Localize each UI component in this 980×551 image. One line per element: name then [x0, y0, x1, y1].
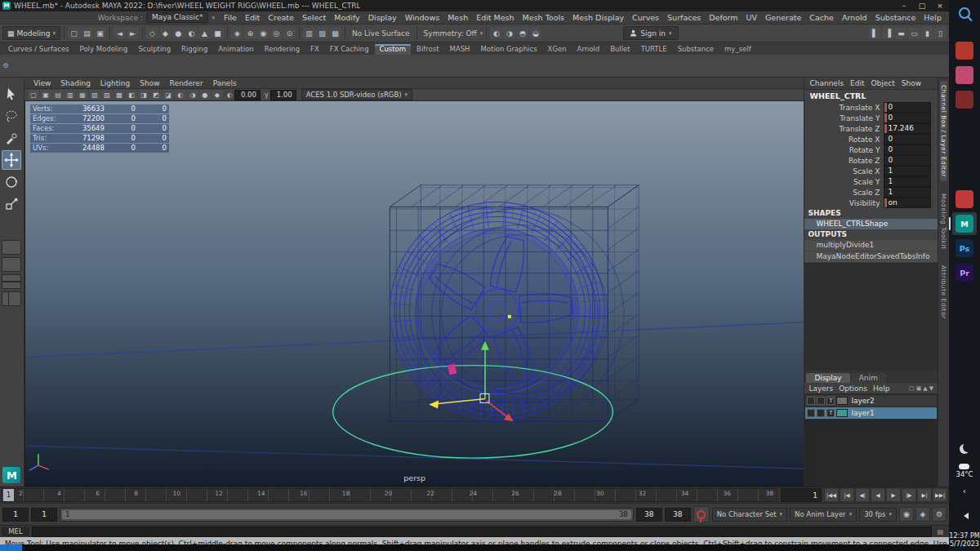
no-live-surface-indicator[interactable]: No Live Surface [349, 29, 413, 38]
construction-history-button[interactable]: ▥ [303, 27, 315, 39]
premiere-taskbar-icon[interactable]: Pr [952, 261, 977, 284]
command-input[interactable] [32, 527, 932, 537]
shape-node-name[interactable]: WHEEL_CTRLShape [804, 219, 938, 229]
colorspace-selector[interactable]: ACES 1.0 SDR-video (sRGB) ▾ [301, 89, 412, 100]
channel-value-field[interactable]: on [884, 198, 931, 208]
toggle-outliner-button[interactable]: ▌ [869, 27, 881, 39]
select-tool-button[interactable] [2, 84, 21, 104]
go-to-end-button[interactable]: ▶▶| [933, 488, 947, 502]
channel-row[interactable]: Rotate Z 0 [804, 155, 938, 166]
layer-editor-tab[interactable]: Display [806, 373, 849, 383]
loop-mode-button[interactable]: ◈ [915, 507, 930, 522]
select-by-component-button[interactable]: ● [172, 27, 185, 39]
layer2[interactable]: T layer2 [805, 395, 937, 407]
sidebar-vertical-tab[interactable]: Modeling Toolkit [940, 189, 947, 253]
node-name[interactable]: WHEEL_CTRL [804, 90, 938, 102]
lock-camera-icon[interactable]: ▣ [40, 90, 51, 100]
selection-mask-button[interactable]: ◐ [185, 27, 198, 39]
film-gate-icon[interactable]: ▩ [114, 90, 125, 100]
photoshop-taskbar-icon[interactable]: Ps [952, 237, 977, 260]
channel-box-menu-item[interactable]: Object [871, 79, 895, 87]
bookmarks-icon[interactable]: ▥ [65, 90, 76, 100]
menu-item[interactable]: Display [364, 13, 401, 22]
menu-item[interactable]: Create [264, 13, 298, 22]
minimize-button[interactable]: – [895, 0, 913, 11]
menu-item[interactable]: Generate [761, 13, 805, 22]
open-scene-button[interactable]: ▤ [81, 27, 93, 39]
timeline-track[interactable]: 1 2468101214161820222426283032343638 [2, 488, 777, 502]
shelf-tab[interactable]: Arnold [572, 44, 605, 55]
menu-item[interactable]: Mesh Display [568, 13, 628, 22]
sidebar-vertical-tab[interactable]: Attribute Editor [940, 261, 947, 323]
layer-visibility-toggle[interactable] [807, 397, 815, 405]
gate-mask-icon[interactable]: ◨ [138, 90, 149, 100]
layer-playback-toggle[interactable] [817, 409, 825, 417]
viewport-canvas[interactable]: Verts: 36633 0 0 Edges: 72200 0 0 [24, 101, 804, 487]
menu-item[interactable]: Deform [705, 13, 742, 22]
command-language-selector[interactable]: MEL [2, 527, 29, 536]
taskbar-clock[interactable]: 12:37 PM 5/7/2023 [949, 532, 979, 549]
wireframe-display-icon[interactable]: ◐ [175, 90, 186, 100]
shelf-tab[interactable]: FX [305, 44, 324, 55]
shelf-tab[interactable]: Rigging [176, 44, 212, 55]
layer-name[interactable]: layer1 [849, 409, 874, 417]
scene[interactable] [25, 101, 804, 487]
menu-item[interactable]: Help [920, 13, 946, 22]
gamma-field[interactable]: γ 1.00 [265, 90, 296, 100]
shelf-tab[interactable]: Rendering [260, 44, 305, 55]
channel-value-field[interactable]: 0 [884, 144, 931, 155]
toggle-tool-settings-button[interactable]: ▐ [882, 27, 894, 39]
workspace-selector[interactable]: Workspace : Maya Classic* ▾ [98, 12, 220, 23]
lighting-display-icon[interactable]: ◆ [212, 90, 223, 100]
shelf-tab[interactable]: MASH [445, 44, 475, 55]
toggle-modeling-toolkit-button[interactable]: ▭ [908, 27, 920, 39]
playback-start-field[interactable]: 1 [31, 508, 57, 522]
shelf-tab[interactable]: my_self [719, 44, 756, 55]
layer-editor-tab[interactable]: Anim [851, 373, 886, 383]
channel-value-field[interactable]: 0 [884, 102, 931, 113]
snap-to-point-button[interactable]: ◉ [257, 27, 270, 39]
go-to-start-button[interactable]: |◀◀ [824, 488, 839, 502]
script-editor-button[interactable]: ▤ [934, 527, 947, 536]
layer-new-empty-icon[interactable]: ▢ [909, 385, 915, 392]
step-forward-frame-button[interactable]: ▶| [917, 488, 932, 502]
channel-row[interactable]: Scale Y 1 [804, 176, 938, 187]
shelf-tab[interactable]: Animation [213, 44, 258, 55]
range-slider-track[interactable]: 1 38 [60, 508, 634, 522]
list-inputs-button[interactable]: ▨ [316, 27, 328, 39]
move-tool-button[interactable] [2, 150, 21, 170]
app-icon-red[interactable] [952, 39, 977, 62]
sidebar-vertical-tab[interactable]: Channel Box / Layer Editor [940, 81, 947, 181]
channel-row[interactable]: Translate Y 0 [804, 113, 938, 123]
menu-set-selector[interactable]: ▦ Modeling ▾ [2, 26, 60, 40]
shelf-tab[interactable]: TURTLE [636, 44, 672, 55]
weather-widget[interactable]: 34°C [956, 464, 973, 478]
step-back-key-button[interactable]: ◀| [855, 488, 870, 502]
new-scene-button[interactable]: ▢ [68, 27, 80, 39]
channel-box-menu-item[interactable]: Edit [850, 79, 864, 87]
layer-display-type-toggle[interactable]: T [826, 397, 835, 405]
menu-item[interactable]: Mesh Tools [519, 13, 568, 22]
anim-layer-selector[interactable]: No Anim Layer ▾ [790, 508, 857, 522]
title-bar[interactable]: M WHEEL.mb* - Autodesk MAYA 2022: D:\fiv… [0, 0, 949, 11]
animation-start-field[interactable]: 1 [2, 508, 29, 522]
app-icon-crimson[interactable] [952, 188, 977, 211]
layer-move-down-icon[interactable]: ▼ [929, 385, 933, 392]
layer-menu-item[interactable]: Options [839, 384, 867, 393]
rotate-tool-button[interactable] [2, 172, 21, 192]
redo-button[interactable]: ► [127, 27, 139, 39]
paint-select-tool-button[interactable] [2, 128, 21, 148]
image-plane-icon[interactable]: ▦ [77, 90, 88, 100]
oversampling-icon[interactable]: ▨ [101, 90, 113, 100]
snap-to-grid-button[interactable]: ◈ [231, 27, 243, 39]
shelf-tab[interactable]: Bullet [605, 44, 635, 55]
menu-item[interactable]: Edit [241, 13, 264, 22]
character-set-selector[interactable]: No Character Set ▾ [712, 508, 787, 522]
workspace-value[interactable]: Maya Classic* [146, 12, 209, 23]
render-settings-button[interactable]: ◓ [516, 27, 528, 39]
menu-item[interactable]: Substance [871, 13, 920, 22]
playback-end-field[interactable]: 38 [636, 508, 662, 522]
sound-toggle-button[interactable]: ◉ [899, 507, 914, 522]
scale-tool-button[interactable] [2, 194, 21, 214]
exposure-field[interactable]: ◐ 0.00 [227, 90, 261, 100]
